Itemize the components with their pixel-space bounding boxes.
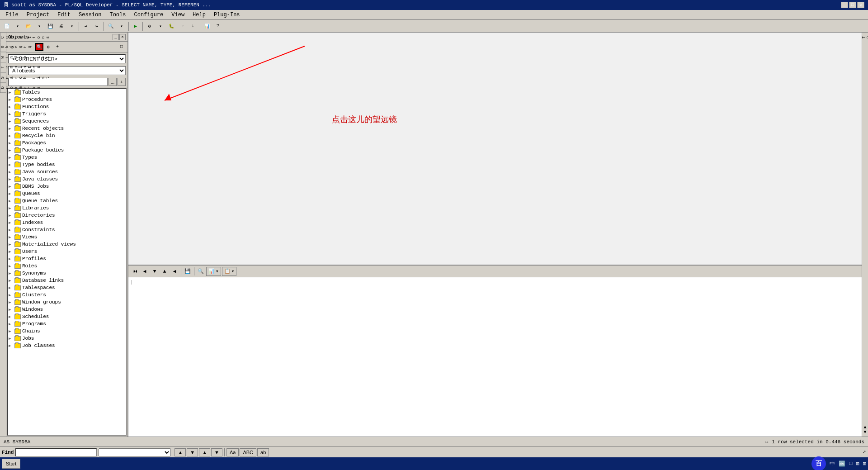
left-tab-windowlist[interactable]: Window List — [0, 52, 6, 62]
stepinto-btn[interactable]: ↓ — [188, 21, 198, 31]
menu-file[interactable]: File — [2, 11, 22, 19]
sql-table-dropdown[interactable]: 📋 ▾ — [222, 267, 237, 276]
tree-item-directories[interactable]: ▶ Directories — [8, 212, 126, 219]
tree-item-tablespaces[interactable]: ▶ Tablespaces — [8, 284, 126, 291]
tree-item-programs[interactable]: ▶ Programs — [8, 320, 126, 328]
tree-item-indexes[interactable]: ▶ Indexes — [8, 219, 126, 226]
expand-procedures[interactable]: ▶ — [9, 97, 14, 102]
menu-session[interactable]: Session — [75, 11, 105, 19]
sql-first-btn[interactable]: ⏮ — [130, 267, 139, 276]
sql-back-btn[interactable]: ◀ — [170, 267, 179, 276]
tree-item-javaclasses[interactable]: ▶ Java classes — [8, 176, 126, 183]
expand-roles[interactable]: ▶ — [9, 264, 14, 269]
left-tab-objects[interactable]: Objects — [0, 42, 6, 52]
expand-tables[interactable]: ▶ — [9, 90, 14, 95]
compile-btn[interactable]: ⚙ — [145, 21, 155, 31]
search-ellipsis-btn[interactable]: ... — [108, 78, 117, 86]
menu-tools[interactable]: Tools — [106, 11, 129, 19]
expand-jobclasses[interactable]: ▶ — [9, 343, 14, 348]
expand-jobs[interactable]: ▶ — [9, 336, 14, 341]
sql-query-btn[interactable]: 🔍 — [196, 267, 205, 276]
search-input[interactable] — [8, 78, 108, 86]
step-btn[interactable]: → — [177, 21, 187, 31]
undo-btn[interactable]: ↩ — [81, 21, 91, 31]
tree-item-triggers[interactable]: ▶ Triggers — [8, 110, 126, 118]
sql-content[interactable]: | — [128, 277, 862, 437]
find-regex-btn[interactable]: ab — [257, 448, 269, 456]
tree-item-queuetables[interactable]: ▶ Queue tables — [8, 197, 126, 204]
right-nav-down[interactable]: ▼ — [863, 430, 866, 435]
expand-packages[interactable]: ▶ — [9, 141, 14, 146]
expand-typebodies[interactable]: ▶ — [9, 162, 14, 167]
tree-item-chains[interactable]: ▶ Chains — [8, 328, 126, 335]
filter-btn[interactable]: ⚙ — [44, 43, 52, 51]
expand-directories[interactable]: ▶ — [9, 213, 14, 218]
tree-item-typebodies[interactable]: ▶ Type bodies — [8, 161, 126, 168]
new-obj-btn[interactable]: + — [53, 43, 61, 51]
open-dropdown[interactable]: ▾ — [34, 21, 44, 31]
tree-item-windows[interactable]: ▶ Windows — [8, 306, 126, 313]
expand-windowgroups[interactable]: ▶ — [9, 300, 14, 305]
tree-item-procedures[interactable]: ▶ Procedures — [8, 96, 126, 103]
expand-views[interactable]: ▶ — [9, 235, 14, 240]
find-scope-dropdown[interactable] — [99, 448, 171, 456]
find-down-btn[interactable]: ▼ — [211, 448, 222, 456]
expand-programs[interactable]: ▶ — [9, 322, 14, 327]
tree-item-windowgroups[interactable]: ▶ Window groups — [8, 299, 126, 306]
expand-libraries[interactable]: ▶ — [9, 206, 14, 211]
find-prev-btn[interactable]: ▲ — [175, 448, 186, 456]
left-tab-bookmarks[interactable]: Bookmarks — [0, 83, 6, 93]
grid-icon2[interactable]: ⊞ — [863, 461, 866, 467]
tree-item-packagebodies[interactable]: ▶ Package bodies — [8, 147, 126, 154]
find-btn[interactable]: 🔍 — [106, 21, 116, 31]
expand-constraints[interactable]: ▶ — [9, 228, 14, 233]
expand-types[interactable]: ▶ — [9, 155, 14, 160]
expand-queuetables[interactable]: ▶ — [9, 199, 14, 204]
menu-plugins[interactable]: Plug-Ins — [210, 11, 244, 19]
grid-icon1[interactable]: ⊞ — [856, 461, 859, 467]
tree-item-roles[interactable]: ▶ Roles — [8, 262, 126, 270]
tree-item-dbmsjobs[interactable]: ▶ DBMS_Jobs — [8, 183, 126, 190]
tree-item-dblinks[interactable]: ▶ Database links — [8, 277, 126, 284]
expand-triggers[interactable]: ▶ — [9, 112, 14, 117]
expand-schedules[interactable]: ▶ — [9, 314, 14, 319]
expand-javasources[interactable]: ▶ — [9, 170, 14, 175]
tree-item-functions[interactable]: ▶ Functions — [8, 103, 126, 110]
expand-profiles[interactable]: ▶ — [9, 256, 14, 261]
expand-packagebodies[interactable]: ▶ — [9, 148, 14, 153]
tree-item-profiles[interactable]: ▶ Profiles — [8, 255, 126, 262]
left-tab-connections[interactable]: Connections — [0, 33, 6, 42]
expand-tablespaces[interactable]: ▶ — [9, 285, 14, 290]
tree-item-jobclasses[interactable]: ▶ Job classes — [8, 342, 126, 349]
tree-item-libraries[interactable]: ▶ Libraries — [8, 204, 126, 212]
user-dropdown[interactable]: <CURRENT USER> — [8, 54, 126, 63]
sql-save-btn[interactable]: 💾 — [183, 267, 192, 276]
compile-dropdown[interactable]: ▾ — [156, 21, 165, 31]
tree-item-sequences[interactable]: ▶ Sequences — [8, 118, 126, 125]
perf-btn[interactable]: 📊 — [202, 21, 212, 31]
find-dropdown[interactable]: ▾ — [117, 21, 127, 31]
help2-btn[interactable]: ? — [213, 21, 223, 31]
expand-windows[interactable]: ▶ — [9, 307, 14, 312]
panel-close[interactable]: ✕ — [119, 34, 126, 40]
sql-chart-dropdown[interactable]: 📊 ▾ — [206, 267, 221, 276]
baidu-icon[interactable]: 百 — [811, 456, 826, 470]
expand-users[interactable]: ▶ — [9, 249, 14, 254]
find-matchcase-btn[interactable]: Aa — [226, 448, 239, 456]
minimize-button[interactable]: _ — [841, 2, 848, 8]
expand-dbmsjobs[interactable]: ▶ — [9, 184, 14, 189]
expand-indexes[interactable]: ▶ — [9, 220, 14, 225]
tree-item-matviews[interactable]: ▶ Materialized views — [8, 241, 126, 248]
tree-item-schedules[interactable]: ▶ Schedules — [8, 313, 126, 320]
expand-recyclebin[interactable]: ▶ — [9, 133, 14, 138]
menu-help[interactable]: Help — [189, 11, 209, 19]
sql-prev-btn[interactable]: ◀ — [140, 267, 149, 276]
new-btn[interactable]: 📄 — [2, 21, 12, 31]
tree-item-clusters[interactable]: ▶ Clusters — [8, 291, 126, 299]
tree-item-packages[interactable]: ▶ Packages — [8, 139, 126, 147]
find-up-btn[interactable]: ▲ — [199, 448, 210, 456]
print-btn[interactable]: 🖨 — [56, 21, 66, 31]
tree-item-users[interactable]: ▶ Users — [8, 248, 126, 255]
find-input[interactable] — [15, 448, 97, 456]
menu-configure[interactable]: Configure — [130, 11, 167, 19]
